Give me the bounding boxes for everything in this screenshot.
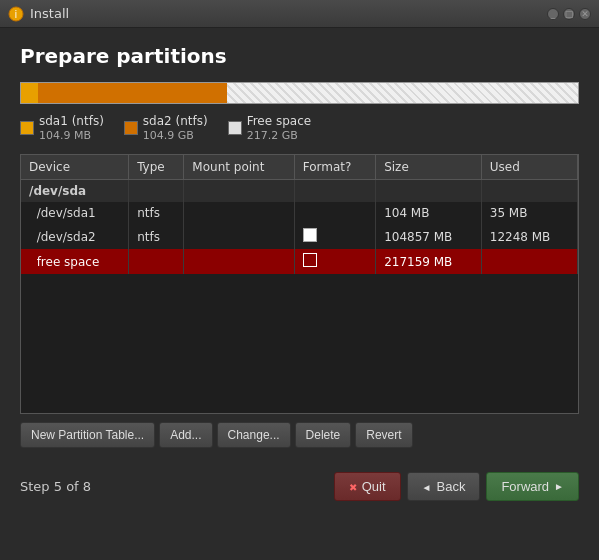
cell-mount xyxy=(184,180,294,203)
cell-mount xyxy=(184,249,294,274)
new-partition-table-button[interactable]: New Partition Table... xyxy=(20,422,155,448)
step-indicator: Step 5 of 8 xyxy=(20,479,91,494)
legend-label-sda2: sda2 (ntfs) xyxy=(143,114,208,128)
quit-button[interactable]: Quit xyxy=(334,472,401,501)
window-title: Install xyxy=(30,6,69,21)
legend-size-sda1: 104.9 MB xyxy=(39,129,104,142)
cell-device: /dev/sda2 xyxy=(21,224,129,249)
legend-item-free: Free space 217.2 GB xyxy=(228,114,311,142)
page-title: Prepare partitions xyxy=(20,44,579,68)
back-label: Back xyxy=(437,479,466,494)
cell-size: 104857 MB xyxy=(376,224,482,249)
table-row-group-sda[interactable]: /dev/sda xyxy=(21,180,578,203)
cell-type: ntfs xyxy=(129,202,184,224)
revert-button[interactable]: Revert xyxy=(355,422,412,448)
legend-size-free: 217.2 GB xyxy=(247,129,311,142)
action-buttons: New Partition Table... Add... Change... … xyxy=(20,422,579,448)
legend-size-sda2: 104.9 GB xyxy=(143,129,208,142)
bottom-bar: Step 5 of 8 Quit Back Forward ► xyxy=(0,462,599,511)
cell-size: 217159 MB xyxy=(376,249,482,274)
cell-size xyxy=(376,180,482,203)
cell-device: /dev/sda1 xyxy=(21,202,129,224)
forward-icon: ► xyxy=(554,481,564,492)
cell-format xyxy=(294,224,375,249)
legend-label-sda1: sda1 (ntfs) xyxy=(39,114,104,128)
main-content: Prepare partitions sda1 (ntfs) 104.9 MB … xyxy=(0,28,599,458)
table-row-sda1[interactable]: /dev/sda1 ntfs 104 MB 35 MB xyxy=(21,202,578,224)
col-used: Used xyxy=(481,155,577,180)
change-button[interactable]: Change... xyxy=(217,422,291,448)
partition-bar-container xyxy=(20,82,579,104)
legend-item-sda2: sda2 (ntfs) 104.9 GB xyxy=(124,114,208,142)
cell-format xyxy=(294,202,375,224)
cell-type xyxy=(129,180,184,203)
cell-format xyxy=(294,180,375,203)
col-mount: Mount point xyxy=(184,155,294,180)
cell-mount xyxy=(184,202,294,224)
cell-device: /dev/sda xyxy=(21,180,129,203)
col-format: Format? xyxy=(294,155,375,180)
cell-used: 12248 MB xyxy=(481,224,577,249)
partition-sda1-segment xyxy=(21,83,38,103)
back-button[interactable]: Back xyxy=(407,472,481,501)
format-checkbox-sda2[interactable] xyxy=(303,228,317,242)
forward-button[interactable]: Forward ► xyxy=(486,472,579,501)
minimize-button[interactable]: _ xyxy=(547,8,559,20)
partition-table: Device Type Mount point Format? Size Use… xyxy=(21,155,578,274)
legend-color-sda1 xyxy=(20,121,34,135)
legend-color-free xyxy=(228,121,242,135)
cell-used xyxy=(481,180,577,203)
svg-text:i: i xyxy=(15,9,18,20)
cell-format xyxy=(294,249,375,274)
legend-label-free: Free space xyxy=(247,114,311,128)
cell-used: 35 MB xyxy=(481,202,577,224)
add-button[interactable]: Add... xyxy=(159,422,212,448)
legend-color-sda2 xyxy=(124,121,138,135)
table-row-sda2[interactable]: /dev/sda2 ntfs 104857 MB 12248 MB xyxy=(21,224,578,249)
close-button[interactable]: ✕ xyxy=(579,8,591,20)
cell-device: free space xyxy=(21,249,129,274)
col-size: Size xyxy=(376,155,482,180)
quit-icon xyxy=(349,479,357,494)
quit-label: Quit xyxy=(362,479,386,494)
cell-type xyxy=(129,249,184,274)
nav-buttons: Quit Back Forward ► xyxy=(334,472,579,501)
partition-bar xyxy=(20,82,579,104)
forward-label: Forward xyxy=(501,479,549,494)
format-checkbox-free[interactable] xyxy=(303,253,317,267)
cell-mount xyxy=(184,224,294,249)
table-header-row: Device Type Mount point Format? Size Use… xyxy=(21,155,578,180)
title-bar: i Install _ □ ✕ xyxy=(0,0,599,28)
cell-size: 104 MB xyxy=(376,202,482,224)
col-device: Device xyxy=(21,155,129,180)
cell-used xyxy=(481,249,577,274)
partition-table-container[interactable]: Device Type Mount point Format? Size Use… xyxy=(20,154,579,414)
partition-legend: sda1 (ntfs) 104.9 MB sda2 (ntfs) 104.9 G… xyxy=(20,114,579,142)
window-icon: i xyxy=(8,6,24,22)
partition-free-segment xyxy=(227,83,578,103)
delete-button[interactable]: Delete xyxy=(295,422,352,448)
partition-sda2-segment xyxy=(38,83,227,103)
back-icon xyxy=(422,479,432,494)
col-type: Type xyxy=(129,155,184,180)
table-row-free-space[interactable]: free space 217159 MB xyxy=(21,249,578,274)
cell-type: ntfs xyxy=(129,224,184,249)
window-controls: _ □ ✕ xyxy=(547,8,591,20)
maximize-button[interactable]: □ xyxy=(563,8,575,20)
legend-item-sda1: sda1 (ntfs) 104.9 MB xyxy=(20,114,104,142)
